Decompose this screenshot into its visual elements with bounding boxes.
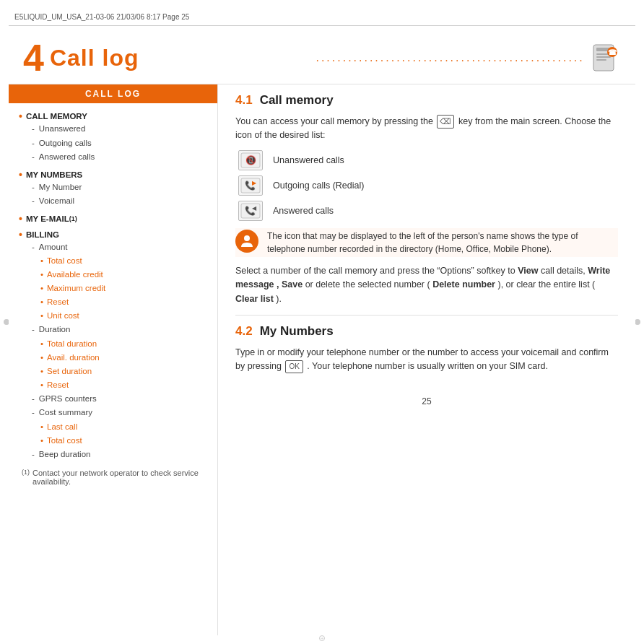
- two-col-layout: CALL LOG • CALL MEMORY Unanswered Outgoi…: [9, 84, 635, 635]
- footnote-superscript: (1): [22, 469, 30, 476]
- sidebar-item-gprs: GPRS counters: [19, 392, 207, 406]
- bullet-icon: •: [19, 169, 22, 180]
- section-41-number: 4.1: [235, 93, 253, 108]
- outgoing-calls-icon: 📞 ▶: [238, 175, 263, 196]
- chapter-icon: ☎: [589, 42, 621, 74]
- note-box: The icon that may be displayed to the le…: [235, 228, 618, 257]
- chapter-header: 4 Call log .............................…: [9, 26, 635, 84]
- bullet-icon: •: [19, 213, 22, 225]
- sidebar-section-title-my-email: • MY E-MAIL(1): [19, 213, 207, 225]
- call-key-icon: ⌫: [437, 115, 454, 129]
- bullet-icon: •: [19, 110, 22, 122]
- section-42-heading: 4.2 My Numbers: [235, 324, 618, 339]
- outgoing-calls-row: 📞 ▶ Outgoing calls (Redial): [235, 175, 618, 196]
- sidebar-subitem-total-cost2: Total cost: [19, 434, 207, 448]
- bullet-icon: •: [19, 229, 22, 240]
- section-41-title: Call memory: [260, 93, 334, 108]
- sidebar-subitem-reset-amount: Reset: [19, 295, 207, 309]
- sidebar-section-title-my-numbers: • MY NUMBERS: [19, 169, 207, 180]
- sidebar-subitem-available-credit: Available credit: [19, 268, 207, 282]
- sidebar-subitem-reset-duration: Reset: [19, 378, 207, 392]
- footnote: (1) Contact your network operator to che…: [19, 466, 207, 486]
- sidebar-item-outgoing: Outgoing calls: [19, 136, 207, 151]
- note-icon: [235, 230, 258, 253]
- footnote-text: Contact your network operator to check s…: [32, 469, 207, 486]
- sidebar-section-billing: • BILLING Amount Total cost Available cr…: [19, 229, 207, 461]
- answered-calls-label: Answered calls: [273, 206, 334, 216]
- unanswered-calls-row: 📵 Unanswered calls: [235, 150, 618, 170]
- content-area: 4.1 Call memory You can access your call…: [218, 84, 635, 635]
- sidebar-section-my-email: • MY E-MAIL(1): [19, 213, 207, 225]
- sidebar-content: • CALL MEMORY Unanswered Outgoing calls …: [9, 110, 217, 486]
- sidebar-section-title-call-memory: • CALL MEMORY: [19, 110, 207, 122]
- header-text: E5LIQUID_UM_USA_21-03-06 21/03/06 8:17 P…: [14, 13, 189, 21]
- sidebar-section-call-memory: • CALL MEMORY Unanswered Outgoing calls …: [19, 110, 207, 165]
- sidebar-subitem-last-call: Last call: [19, 420, 207, 434]
- header-bar: E5LIQUID_UM_USA_21-03-06 21/03/06 8:17 P…: [9, 9, 635, 26]
- svg-rect-3: [596, 56, 611, 58]
- section-42-para: Type in or modify your telephone number …: [235, 346, 618, 374]
- sidebar-item-duration: Duration: [19, 323, 207, 337]
- sidebar-subitem-unit-cost: Unit cost: [19, 309, 207, 323]
- svg-text:📵: 📵: [245, 155, 256, 165]
- clear-list-label: Clear list: [235, 294, 274, 304]
- sidebar-section-title-billing: • BILLING: [19, 229, 207, 240]
- reg-mark-right: [635, 319, 640, 325]
- reg-mark-bottom: [319, 635, 325, 641]
- outgoing-calls-label: Outgoing calls (Redial): [273, 180, 364, 191]
- view-label: View: [518, 266, 538, 276]
- section-42-title: My Numbers: [260, 324, 334, 339]
- sidebar-item-amount: Amount: [19, 240, 207, 255]
- svg-text:◀: ◀: [252, 205, 257, 212]
- sidebar-section-my-numbers: • MY NUMBERS My Number Voicemail: [19, 169, 207, 209]
- answered-calls-icon: 📞 ◀: [238, 201, 263, 221]
- sidebar-subitem-avail-duration: Avail. duration: [19, 351, 207, 365]
- sidebar-subitem-total-cost: Total cost: [19, 254, 207, 268]
- unanswered-calls-label: Unanswered calls: [273, 155, 344, 165]
- sidebar-subitem-maximum-credit: Maximum credit: [19, 282, 207, 295]
- chapter-title: Call log: [50, 45, 316, 71]
- sidebar: CALL LOG • CALL MEMORY Unanswered Outgoi…: [9, 84, 218, 635]
- sidebar-title: CALL LOG: [9, 84, 217, 103]
- answered-calls-row: 📞 ◀ Answered calls: [235, 201, 618, 221]
- email-superscript: (1): [69, 215, 77, 222]
- sidebar-subitem-set-duration: Set duration: [19, 365, 207, 378]
- sidebar-item-beep-duration: Beep duration: [19, 448, 207, 462]
- sidebar-item-cost-summary: Cost summary: [19, 406, 207, 420]
- action-para: Select a number of the call memory and p…: [235, 264, 618, 306]
- page-number: 25: [422, 396, 431, 406]
- sidebar-subitem-total-duration: Total duration: [19, 337, 207, 351]
- chapter-number: 4: [23, 39, 44, 77]
- section-41-intro: You can access your call memory by press…: [235, 115, 618, 143]
- delete-number-label: Delete number: [432, 279, 495, 290]
- sidebar-item-my-number: My Number: [19, 180, 207, 195]
- note-text: The icon that may be displayed to the le…: [267, 230, 618, 256]
- sidebar-item-unanswered: Unanswered: [19, 122, 207, 136]
- svg-rect-4: [596, 59, 606, 61]
- section-42-number: 4.2: [235, 324, 253, 339]
- sidebar-item-voicemail: Voicemail: [19, 194, 207, 209]
- chapter-dots: ........................................…: [316, 51, 582, 64]
- svg-point-15: [244, 235, 250, 241]
- sidebar-item-answered: Answered calls: [19, 150, 207, 165]
- ok-key-icon: OK: [285, 360, 303, 373]
- svg-text:▶: ▶: [252, 180, 257, 186]
- svg-text:☎: ☎: [608, 48, 617, 56]
- unanswered-calls-icon: 📵: [238, 150, 263, 170]
- main-content: 4 Call log .............................…: [9, 26, 635, 635]
- section-divider: [235, 315, 618, 316]
- save-label: , Save: [277, 279, 303, 290]
- section-41-heading: 4.1 Call memory: [235, 93, 618, 108]
